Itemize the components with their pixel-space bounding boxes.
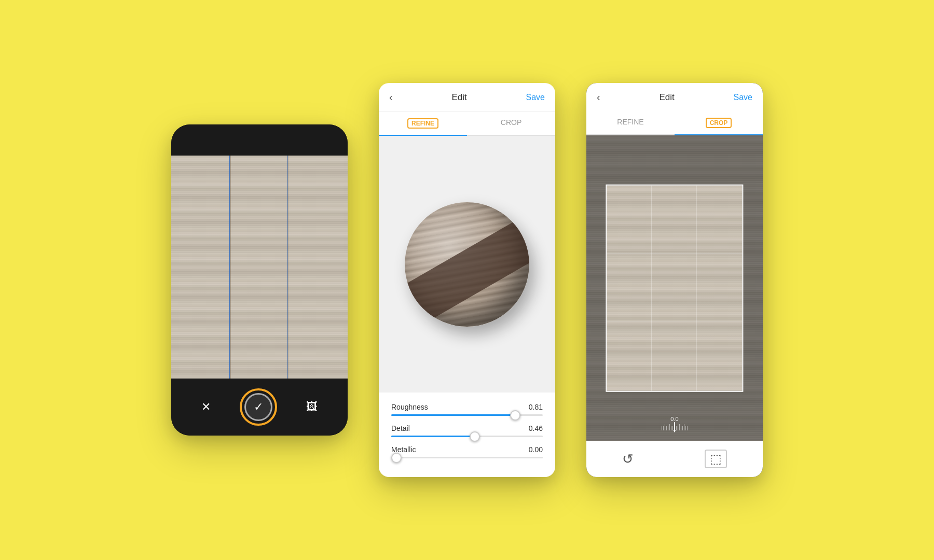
refine-tab-label-crop: REFINE: [617, 118, 643, 126]
page-title-crop: Edit: [659, 92, 674, 103]
roughness-label: Roughness: [391, 403, 428, 411]
save-button-crop[interactable]: Save: [734, 93, 752, 102]
crop-preview-area: 0.0 ▼: [586, 135, 763, 441]
tab-crop-active[interactable]: CROP: [675, 111, 763, 134]
tab-bar: REFINE CROP: [379, 112, 555, 136]
crop-bottom-bar: ↺ ⬚: [586, 441, 763, 477]
tick: [668, 426, 668, 430]
refine-tab-label: REFINE: [407, 118, 438, 129]
3d-sphere: [405, 202, 529, 327]
shutter-button[interactable]: ✓: [240, 388, 277, 426]
back-button[interactable]: ‹: [389, 91, 393, 103]
sphere-preview: [405, 202, 529, 327]
tab-bar-crop: REFINE CROP: [586, 111, 763, 135]
crop-grid: [607, 185, 742, 391]
tick: [682, 426, 683, 430]
controls-area: Roughness 0.81 Detail 0.46 Metallic 0.: [379, 393, 555, 477]
detail-slider[interactable]: [391, 436, 543, 437]
tick: [666, 426, 667, 430]
metallic-control: Metallic 0.00: [391, 445, 543, 458]
rotation-value-label: 0.0: [670, 416, 678, 422]
tab-refine-crop[interactable]: REFINE: [586, 111, 675, 134]
tick: [665, 424, 665, 430]
roughness-fill: [391, 414, 515, 416]
tick: [681, 426, 681, 430]
crop-tab-label: CROP: [706, 118, 732, 128]
rotation-arrow: ▼: [672, 429, 677, 433]
board-divider-left: [229, 156, 230, 379]
tick: [678, 426, 678, 430]
board-divider-right: [287, 156, 288, 379]
crop-hline-2: [607, 321, 742, 321]
metallic-thumb[interactable]: [391, 453, 402, 463]
detail-value: 0.46: [529, 424, 543, 432]
metallic-slider[interactable]: [391, 457, 543, 458]
crop-hline-1: [607, 253, 742, 254]
crop-tab-label: CROP: [501, 118, 521, 127]
detail-control: Detail 0.46: [391, 424, 543, 437]
tab-crop[interactable]: CROP: [467, 112, 555, 135]
camera-top-bar: [171, 124, 348, 156]
shutter-inner: ✓: [244, 393, 272, 421]
camera-phone: ✕ ✓ 🖼: [171, 124, 348, 436]
metallic-value: 0.00: [529, 445, 543, 454]
check-icon: ✓: [254, 400, 263, 414]
crop-phone: ‹ Edit Save REFINE CROP: [586, 83, 763, 477]
tick: [662, 426, 662, 430]
preview-area: [379, 136, 555, 393]
roughness-value: 0.81: [529, 403, 543, 411]
back-button-crop[interactable]: ‹: [597, 91, 600, 103]
detail-thumb[interactable]: [470, 431, 480, 442]
camera-viewfinder: [171, 156, 348, 379]
roughness-thumb[interactable]: [510, 410, 520, 421]
edit-header: ‹ Edit Save: [379, 83, 555, 112]
page-title: Edit: [451, 92, 466, 103]
rotate-button[interactable]: ↺: [622, 451, 634, 467]
gallery-button[interactable]: 🖼: [306, 400, 318, 414]
crop-selection[interactable]: [606, 184, 743, 392]
tick: [679, 424, 680, 430]
tick: [684, 424, 684, 430]
tick: [663, 426, 664, 430]
roughness-control: Roughness 0.81: [391, 403, 543, 416]
save-button[interactable]: Save: [526, 93, 545, 102]
tick: [687, 426, 688, 430]
detail-fill: [391, 436, 475, 437]
edit-header-crop: ‹ Edit Save: [586, 83, 763, 111]
detail-label: Detail: [391, 424, 410, 432]
flip-button[interactable]: ⬚: [705, 450, 727, 468]
tab-refine[interactable]: REFINE: [379, 112, 467, 135]
refine-phone: ‹ Edit Save REFINE CROP Roughness 0.81: [379, 83, 555, 477]
tick: [669, 424, 670, 430]
camera-controls: ✕ ✓ 🖼: [171, 379, 348, 436]
tick: [671, 426, 671, 430]
tick: [685, 426, 686, 430]
roughness-slider[interactable]: [391, 414, 543, 416]
close-button[interactable]: ✕: [201, 400, 211, 414]
